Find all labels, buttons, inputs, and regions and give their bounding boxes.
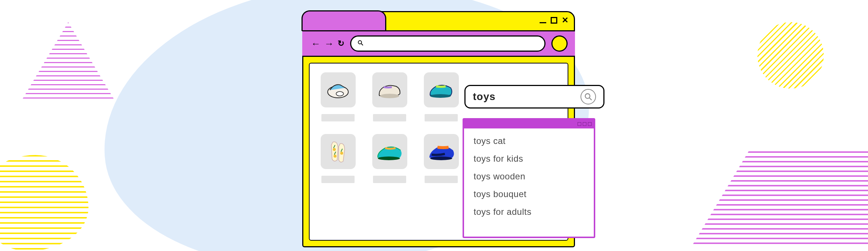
browser-tab[interactable] [301,10,386,31]
product-label-placeholder [321,114,355,121]
svg-point-10 [430,157,452,160]
panel-control-icon[interactable] [583,122,586,126]
suggestion-item[interactable]: toys bouquet [474,189,584,199]
svg-point-3 [336,92,344,96]
close-icon[interactable] [562,16,568,24]
product-card[interactable] [421,72,461,121]
product-card[interactable] [421,134,461,183]
product-thumb [424,72,459,107]
back-button[interactable]: ← [310,38,322,49]
product-label-placeholder [425,176,458,183]
browser-toolbar: ← → ↻ [302,30,575,57]
decorative-blob-yellow [0,155,88,251]
search-submit-button[interactable] [581,89,596,104]
site-search[interactable]: toys [464,85,604,109]
svg-point-0 [358,41,362,44]
product-card[interactable] [369,72,410,121]
reload-button[interactable]: ↻ [336,39,346,48]
maximize-icon[interactable] [551,17,557,24]
svg-point-9 [378,157,400,160]
panel-titlebar [464,120,594,128]
svg-point-7 [340,152,343,155]
window-controls [540,16,568,24]
product-thumb [321,134,356,169]
decorative-circle-yellow [757,22,824,89]
svg-point-8 [334,155,337,158]
product-label-placeholder [321,176,355,183]
svg-line-1 [361,44,363,45]
product-label-placeholder [373,114,406,121]
suggestion-list: toys cat toys for kids toys wooden toys … [464,128,594,237]
decorative-triangle [22,22,114,100]
product-label-placeholder [373,176,406,183]
svg-point-11 [585,94,590,99]
product-card[interactable] [318,134,358,183]
svg-point-6 [333,148,336,151]
suggestion-item[interactable]: toys for adults [474,207,584,217]
product-thumb [372,134,407,169]
forward-button[interactable]: → [323,38,335,49]
search-suggestions-panel: toys cat toys for kids toys wooden toys … [463,118,595,238]
product-card[interactable] [369,134,410,183]
product-thumb [321,72,356,107]
product-thumb [424,134,459,169]
panel-control-icon[interactable] [578,122,581,126]
product-card[interactable] [318,72,358,121]
suggestion-item[interactable]: toys wooden [474,171,584,182]
product-label-placeholder [425,114,458,121]
svg-point-4 [380,94,399,98]
go-button[interactable] [551,35,568,52]
suggestion-item[interactable]: toys for kids [474,154,584,164]
decorative-trapezoid-magenta [691,151,868,247]
search-icon [357,39,364,48]
minimize-icon[interactable] [540,18,546,23]
address-bar[interactable] [350,35,545,52]
suggestion-item[interactable]: toys cat [474,136,584,146]
svg-point-5 [430,94,451,98]
search-input[interactable]: toys [473,91,576,103]
panel-control-icon[interactable] [588,122,592,126]
product-thumb [372,72,407,107]
svg-line-12 [589,98,592,100]
